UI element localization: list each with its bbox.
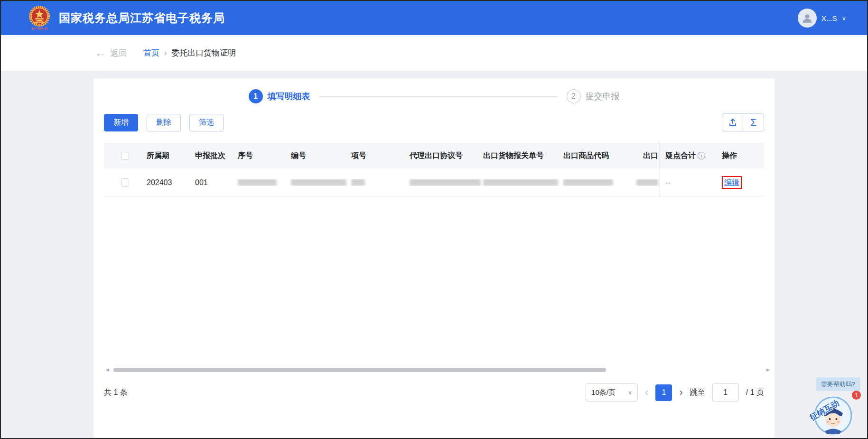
current-page-button[interactable]: 1	[655, 384, 672, 401]
col-header-commodity-code: 出口商品代码	[562, 151, 629, 161]
cell-suspect-total: --	[660, 178, 720, 187]
step-1-number: 1	[249, 89, 263, 103]
breadcrumb-current: 委托出口货物证明	[171, 47, 236, 58]
summary-button[interactable]: Σ	[743, 113, 764, 131]
page-size-value: 10条/页	[591, 388, 616, 397]
page-size-select[interactable]: 10条/页 ∨	[586, 383, 638, 402]
notification-badge: 1	[852, 391, 861, 400]
step-2-number: 2	[567, 89, 581, 103]
person-icon	[801, 12, 813, 24]
scroll-right-icon[interactable]: ▶	[766, 367, 770, 372]
table-footer: 共 1 条 10条/页 ∨ ‹ 1 › 跳至 / 1 页	[104, 382, 764, 403]
user-avatar[interactable]	[798, 9, 817, 28]
redacted-cell-customs-declaration	[483, 179, 558, 186]
info-icon[interactable]: i	[698, 152, 705, 159]
suspect-total-label: 疑点合计	[665, 151, 696, 161]
step-2: 2 提交申报	[567, 89, 620, 103]
prev-page-icon[interactable]: ‹	[645, 386, 648, 399]
add-button[interactable]: 新增	[104, 114, 138, 131]
national-emblem-logo: 电子税务局	[28, 5, 51, 31]
chevron-down-icon: ∨	[628, 389, 632, 396]
jump-to-label: 跳至	[690, 388, 705, 398]
step-1-label: 填写明细表	[268, 91, 310, 102]
screen: 电子税务局 国家税务总局江苏省电子税务局 X...S ∨ ← 返回 首页 › 委…	[0, 0, 868, 439]
chevron-down-icon[interactable]: ∨	[841, 15, 846, 22]
redacted-cell-number	[291, 179, 346, 186]
col-header-agency-agreement: 代理出口协议号	[409, 151, 482, 161]
step-2-label: 提交申报	[586, 91, 620, 102]
redacted-cell-commodity-code	[563, 179, 613, 186]
total-count: 共 1 条	[104, 388, 128, 398]
export-icon	[728, 118, 737, 127]
col-header-item-no: 项号	[350, 151, 409, 161]
step-connector-line	[320, 96, 557, 97]
help-mascot-button[interactable]: 征纳互动	[814, 396, 852, 435]
col-header-period: 所属期	[146, 151, 194, 161]
col-header-number: 编号	[290, 151, 350, 161]
delete-button[interactable]: 删除	[147, 114, 181, 131]
breadcrumb-home[interactable]: 首页	[143, 47, 159, 58]
cell-batch: 001	[194, 178, 237, 187]
breadcrumb: ← 返回 首页 › 委托出口货物证明	[1, 35, 867, 71]
filter-button[interactable]: 筛选	[189, 114, 224, 131]
col-header-export-clipped: 出口	[629, 151, 660, 161]
user-name[interactable]: X...S	[821, 14, 837, 22]
fixed-column-divider	[660, 143, 660, 197]
cell-period: 202403	[146, 178, 194, 187]
redacted-cell-agency-agreement	[410, 179, 481, 186]
step-1: 1 填写明细表	[249, 89, 310, 103]
app-header: 电子税务局 国家税务总局江苏省电子税务局 X...S ∨	[1, 1, 867, 35]
toolbar: 新增 删除 筛选 Σ	[104, 113, 764, 131]
sigma-icon: Σ	[750, 117, 756, 128]
pagination: 10条/页 ∨ ‹ 1 › 跳至 / 1 页	[586, 383, 764, 402]
brand: 电子税务局 国家税务总局江苏省电子税务局	[28, 5, 225, 31]
edit-link[interactable]: 编辑	[724, 177, 739, 187]
main-card: 1 填写明细表 2 提交申报 新增 删除 筛选	[93, 78, 775, 438]
back-button[interactable]: 返回	[110, 47, 127, 59]
col-header-action: 操作	[720, 151, 764, 161]
select-all-checkbox[interactable]	[121, 152, 129, 160]
col-header-suspect-total: 疑点合计 i	[660, 151, 720, 161]
logo-caption: 电子税务局	[31, 27, 48, 30]
annotation-highlight-box: 编辑	[722, 176, 742, 189]
scroll-left-icon[interactable]: ◀	[106, 367, 109, 372]
redacted-cell-sequence	[238, 179, 277, 186]
step-indicator: 1 填写明细表 2 提交申报	[104, 78, 764, 105]
col-header-batch: 申报批次	[194, 151, 237, 161]
row-checkbox[interactable]	[121, 178, 129, 187]
mascot-icon	[814, 396, 852, 435]
redacted-cell-export	[636, 179, 658, 186]
table-header-row: 所属期 申报批次 序号 编号 项号 代理出口协议号 出口货物报关单号 出口商品代…	[104, 143, 764, 168]
toolbar-icon-group: Σ	[722, 113, 764, 131]
help-tooltip: 需要帮助吗?	[816, 377, 860, 391]
page-total: / 1 页	[746, 388, 764, 398]
user-menu[interactable]: X...S ∨	[798, 9, 846, 28]
col-header-customs-declaration: 出口货物报关单号	[482, 151, 562, 161]
back-arrow-icon[interactable]: ←	[95, 47, 106, 59]
jump-page-input[interactable]	[712, 383, 739, 402]
breadcrumb-separator-icon: ›	[164, 49, 167, 57]
table-row: 202403 001 -- 编辑	[104, 168, 764, 197]
next-page-icon[interactable]: ›	[679, 386, 682, 399]
scrollbar-thumb[interactable]	[113, 368, 606, 372]
col-header-sequence: 序号	[237, 151, 290, 161]
data-table: 所属期 申报批次 序号 编号 项号 代理出口协议号 出口货物报关单号 出口商品代…	[104, 143, 764, 197]
emblem-icon	[28, 5, 50, 27]
redacted-cell-item-no	[351, 179, 365, 186]
export-button[interactable]	[722, 113, 743, 131]
app-title: 国家税务总局江苏省电子税务局	[59, 10, 225, 26]
horizontal-scrollbar: ◀ ▶	[106, 367, 770, 373]
